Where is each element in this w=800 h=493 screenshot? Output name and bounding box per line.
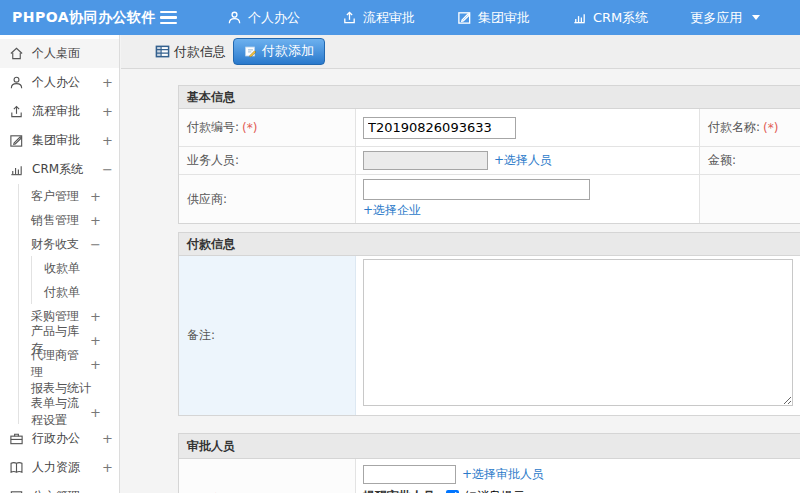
tab-payment-info[interactable]: 付款信息 [155,43,226,61]
crm-submenu: 客户管理 + 销售管理 + 财务收支 − 收款单 付款单 采购管理 + 产品与库… [18,184,119,424]
topnav-label: 集团审批 [478,9,530,27]
topnav-group-approval[interactable]: 集团审批 [436,0,551,35]
sidebar-item-label: 付款单 [44,284,80,301]
choose-person-link[interactable]: +选择人员 [494,152,552,169]
staff-cell: +选择人员 [356,147,700,174]
topnav-crm[interactable]: CRM系统 [551,0,669,35]
briefcase-icon [9,431,24,446]
expand-plus-icon[interactable]: + [102,460,113,475]
sidebar-item-label: 客户管理 [31,188,79,205]
expand-plus-icon[interactable]: + [90,357,101,372]
sidebar-item-finance[interactable]: 财务收支 − [19,232,119,256]
sidebar-item-workflow-approval[interactable]: 流程审批 + [0,97,119,126]
top-bar: PHPOA协同办公软件 个人办公 流程审批 集团审批 CRM系统 更多应用 [0,0,800,35]
book-icon [9,460,24,475]
sidebar-item-label: 表单与流程设置 [31,395,90,429]
upload-icon [9,104,24,119]
expand-plus-icon[interactable]: + [102,489,113,493]
sidebar-item-agent-mgmt[interactable]: 代理商管理 + [19,352,119,376]
topnav-workflow-approval[interactable]: 流程审批 [321,0,436,35]
required-marker: (*) [763,121,778,135]
tab-label: 付款信息 [174,43,226,61]
expand-plus-icon[interactable]: + [102,104,113,119]
sidebar-item-document-mgmt[interactable]: 公文管理 + [0,482,119,493]
staff-label: 业务人员: [179,147,356,174]
choose-company-link[interactable]: +选择企业 [363,202,699,219]
payment-no-label: 付款编号: (*) [179,109,356,146]
approver-cell: +选择审批人员 提醒审批人员: 短消息提示 注: 流程第一步审批人员，这里选择你… [356,459,800,493]
sidebar-item-label: 人力资源 [32,459,80,476]
expand-plus-icon[interactable]: + [102,75,113,90]
person-icon [227,10,242,25]
section-payment-info: 付款信息 备注: [178,232,800,416]
main-area: 付款信息 付款添加 基本信息 付款编号: (*) [121,35,800,493]
topnav-label: 个人办公 [248,9,300,27]
sidebar-item-payment-form[interactable]: 付款单 [32,280,119,304]
remark-textarea[interactable] [363,259,793,406]
top-navigation: 个人办公 流程审批 集团审批 CRM系统 更多应用 [206,0,781,35]
remind-approver-label: 提醒审批人员: [363,488,440,493]
expand-plus-icon[interactable]: + [90,189,101,204]
collapse-minus-icon[interactable]: − [102,162,113,177]
sms-remind-label: 短消息提示 [465,488,525,493]
set-approver-label: 设置审批人员: (*) [179,459,356,493]
caret-down-icon [752,15,760,20]
app-logo: PHPOA协同办公软件 [0,9,160,27]
choose-approver-link[interactable]: +选择审批人员 [462,466,544,483]
form-row-payment-no: 付款编号: (*) 付款名称: (*) [179,109,800,147]
topnav-label: 更多应用 [690,9,742,27]
required-marker: (*) [242,121,257,135]
sidebar-item-form-flow-settings[interactable]: 表单与流程设置 + [19,400,119,424]
sidebar-item-label: 个人办公 [32,74,80,91]
expand-plus-icon[interactable]: + [102,133,113,148]
person-icon [9,75,24,90]
sidebar-item-personal-office[interactable]: 个人办公 + [0,68,119,97]
expand-plus-icon[interactable]: + [90,405,101,420]
sidebar-item-label: 集团审批 [32,132,80,149]
home-icon [9,46,24,61]
document-icon [9,489,24,493]
form-row-supplier: 供应商: +选择企业 [179,175,800,223]
tab-payment-add[interactable]: 付款添加 [233,38,325,65]
staff-input [363,151,488,170]
expand-plus-icon[interactable]: + [102,431,113,446]
sidebar-item-crm[interactable]: CRM系统 − [0,155,119,184]
payment-add-form: 基本信息 付款编号: (*) 付款名称: (*) [178,85,800,493]
hamburger-menu-icon[interactable] [160,11,206,25]
section-basic-info: 基本信息 付款编号: (*) 付款名称: (*) [178,85,800,224]
supplier-input[interactable] [363,179,590,200]
table-icon [155,44,170,59]
sidebar-item-label: 流程审批 [32,103,80,120]
payment-no-input[interactable] [363,117,516,139]
expand-plus-icon[interactable]: + [90,333,101,348]
approver-input[interactable] [363,465,456,484]
remark-cell [356,256,800,415]
expand-plus-icon[interactable]: + [90,309,101,324]
edit-icon [9,133,24,148]
sidebar-item-personal-desktop[interactable]: 个人桌面 [0,39,119,68]
payment-name-label: 付款名称: (*) [700,109,800,146]
payment-no-cell [356,109,700,146]
sidebar-item-group-approval[interactable]: 集团审批 + [0,126,119,155]
sidebar-item-customer-mgmt[interactable]: 客户管理 + [19,184,119,208]
edit-icon [457,10,472,25]
sidebar-item-hr[interactable]: 人力资源 + [0,453,119,482]
collapse-minus-icon[interactable]: − [90,237,101,252]
supplier-cell: +选择企业 [356,175,700,223]
sidebar-item-label: 行政办公 [32,430,80,447]
chart-icon [572,10,587,25]
form-edit-icon [244,45,257,58]
amount-label: 金额: [700,147,800,174]
empty-label-cell [700,175,800,223]
sidebar-item-receipt-form[interactable]: 收款单 [32,256,119,280]
content: 基本信息 付款编号: (*) 付款名称: (*) [121,69,800,493]
section-approval: 审批人员 设置审批人员: (*) +选择审批人员 提醒审批人员: [178,433,800,493]
sidebar-item-sales-mgmt[interactable]: 销售管理 + [19,208,119,232]
sidebar-item-label: CRM系统 [32,161,83,178]
section-title: 基本信息 [179,86,800,109]
sidebar-item-label: 财务收支 [31,236,79,253]
topnav-personal-office[interactable]: 个人办公 [206,0,321,35]
expand-plus-icon[interactable]: + [90,213,101,228]
topnav-more-apps[interactable]: 更多应用 [669,0,781,35]
sidebar-item-label: 代理商管理 [31,347,90,381]
